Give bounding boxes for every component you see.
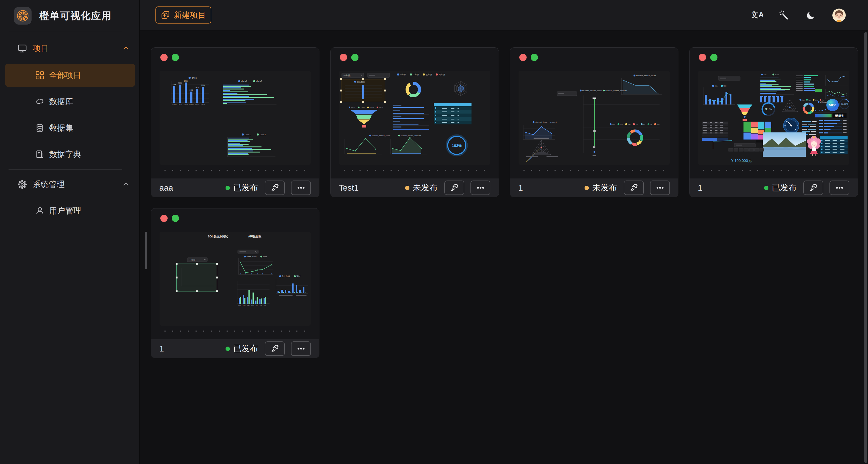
status-label: 已发布 (233, 343, 258, 354)
sidebar-item-label: 用户管理 (49, 205, 81, 216)
chevron-up-icon (123, 45, 129, 52)
page-scrollbar-thumb[interactable] (864, 32, 867, 463)
dotted-separator (703, 170, 846, 171)
status-label: 已发布 (772, 182, 797, 193)
svg-text:Th: Th (822, 99, 824, 101)
green-dot (172, 215, 179, 222)
copy-plus-icon (161, 10, 170, 20)
project-card-grid: price 3495 3805 4243 2358 2904 3386 一年级 … (151, 47, 860, 358)
svg-text:student_flower_amount: student_flower_amount (401, 134, 421, 137)
dotted-separator (164, 331, 308, 332)
dark-mode-toggle[interactable] (805, 9, 817, 21)
sidebar-item-label: 数据字典 (49, 149, 81, 160)
svg-text:data2: data2 (260, 133, 266, 136)
more-actions-button[interactable] (291, 341, 311, 356)
svg-text:四年级: 四年级 (439, 73, 445, 76)
red-dot (519, 54, 527, 61)
edit-project-button[interactable] (444, 181, 464, 195)
project-thumbnail[interactable]: student_attend_count student_attend_coun… (519, 71, 670, 165)
svg-text:一年级: 一年级 (189, 259, 196, 261)
project-thumbnail[interactable]: 一年级 献花数量 一年级 二年级 三年级 (339, 71, 490, 165)
magic-wand-icon (778, 9, 790, 21)
sidebar-item-data-dictionary[interactable]: 数据字典 (0, 145, 140, 163)
svg-text:price: price (263, 255, 268, 258)
sidebar-section-project[interactable]: 项目 (0, 39, 140, 57)
edit-project-button[interactable] (265, 341, 285, 356)
svg-text:一年级: 一年级 (400, 73, 406, 76)
svg-text:student_attend_count: student_attend_count (582, 90, 602, 92)
new-project-button[interactable]: 新建项目 (155, 6, 211, 24)
link-icon (35, 97, 44, 106)
svg-text:一年级: 一年级 (351, 107, 355, 109)
language-switch-button[interactable]: 文A (752, 9, 763, 21)
more-actions-button[interactable] (470, 181, 490, 195)
card-footer: Test1 未发布 (331, 179, 499, 197)
ellipsis-icon (655, 183, 665, 193)
edit-project-button[interactable] (803, 181, 823, 195)
status-label: 未发布 (592, 182, 617, 193)
project-thumbnail[interactable]: SQL数据源测试 API数据集 一年级 (160, 232, 311, 326)
magic-wand-button[interactable] (778, 9, 790, 21)
svg-text:Wed: Wed (815, 99, 818, 101)
edit-project-button[interactable] (624, 181, 644, 195)
svg-text:3386: 3386 (201, 84, 205, 86)
svg-text:data2: data2 (775, 74, 779, 75)
more-actions-button[interactable] (830, 181, 849, 195)
gear-icon (17, 179, 27, 190)
svg-text:Mon: Mon (238, 305, 241, 306)
ellipsis-icon (834, 183, 845, 193)
dashboard-preview: data1 data2 (698, 71, 849, 165)
status-dot (764, 186, 768, 190)
sidebar-item-user-management[interactable]: 用户管理 (0, 202, 140, 220)
sidebar-section-label: 系统管理 (33, 179, 65, 190)
project-card: SQL数据源测试 API数据集 一年级 (151, 208, 319, 358)
traffic-dots (340, 54, 359, 61)
moon-icon (805, 9, 817, 21)
edit-project-button[interactable] (265, 181, 285, 195)
card-footer: 1 已发布 (151, 339, 319, 358)
sidebar-section-system[interactable]: 系统管理 (0, 175, 140, 193)
svg-text:price: price (192, 76, 197, 79)
status-dot (225, 186, 230, 190)
grid-icon (35, 71, 44, 80)
svg-text:课时: 课时 (297, 275, 301, 278)
dashboard-preview: 一年级 献花数量 一年级 二年级 三年级 (339, 71, 490, 165)
project-card: price 3495 3805 4243 2358 2904 3386 一年级 … (151, 47, 319, 197)
database-icon (35, 123, 44, 133)
more-actions-button[interactable] (650, 181, 670, 195)
dotted-separator (164, 170, 308, 171)
svg-text:Thu: Thu (251, 305, 254, 306)
svg-text:student_flower_amount: student_flower_amount (535, 121, 557, 123)
status-dot (405, 186, 409, 190)
user-avatar[interactable] (832, 8, 846, 22)
project-name: Test1 (339, 183, 405, 193)
sidebar-item-dataset[interactable]: 数据集 (0, 119, 140, 137)
sidebar-item-all-projects[interactable]: 全部项目 (5, 64, 135, 87)
svg-text:文A: 文A (752, 10, 763, 19)
hammer-icon (270, 183, 280, 193)
sidebar-item-database[interactable]: 数据库 (0, 93, 140, 111)
svg-text:SQL数据源测试: SQL数据源测试 (208, 235, 228, 238)
svg-text:一年级: 一年级 (172, 104, 177, 105)
traffic-dots (160, 54, 179, 61)
content-scrollbar-thumb[interactable] (145, 232, 147, 269)
project-thumbnail[interactable]: price 3495 3805 4243 2358 2904 3386 一年级 … (160, 71, 311, 165)
dotted-separator (344, 170, 487, 171)
svg-text:课时: 课时 (723, 85, 726, 87)
project-card: student_attend_count student_attend_coun… (510, 47, 678, 197)
card-footer: 1 已发布 (689, 179, 858, 197)
svg-text:Sat: Sat (650, 124, 652, 125)
project-card: data1 data2 (689, 47, 858, 197)
svg-text:六年级: 六年级 (200, 103, 205, 105)
svg-text:Fri: Fri (643, 124, 645, 125)
more-actions-button[interactable] (291, 181, 311, 195)
traffic-dots (160, 215, 179, 222)
hammer-icon (629, 183, 639, 193)
svg-text:献花数量: 献花数量 (356, 81, 365, 83)
sidebar-item-label: 数据集 (49, 123, 73, 133)
svg-text:Fri: Fri (256, 305, 258, 306)
project-thumbnail[interactable]: data1 data2 (698, 71, 849, 165)
project-name: 1 (518, 183, 585, 193)
ellipsis-icon (475, 183, 486, 193)
orange-logo-icon (16, 9, 30, 23)
